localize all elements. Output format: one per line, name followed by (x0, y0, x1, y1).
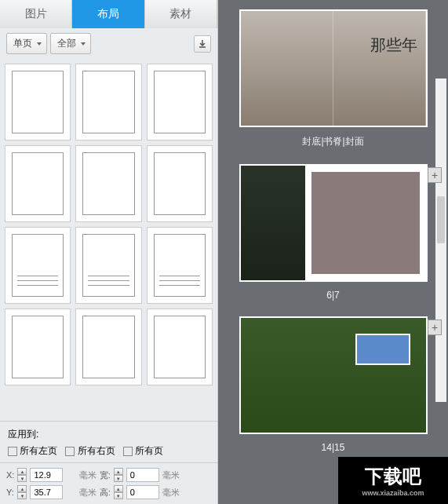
y-spinner[interactable]: ▲▼ (17, 485, 27, 499)
apply-all-left[interactable]: 所有左页 (8, 444, 57, 458)
apply-label: 应用到: (8, 428, 209, 441)
preview-panel: 那些年 封底|书脊|封面 + 6|7 + 14|15 (218, 0, 448, 504)
h-spinner[interactable]: ▲▼ (114, 485, 123, 499)
y-label: Y: (6, 488, 14, 497)
layout-thumb[interactable] (5, 145, 71, 222)
apply-all-pages[interactable]: 所有页 (123, 444, 163, 458)
preview-image: 那些年 (239, 9, 428, 127)
layout-grid-wrap (0, 59, 217, 421)
download-button[interactable] (194, 35, 211, 53)
w-spinner[interactable]: ▲▼ (114, 468, 123, 482)
y-unit: 毫米 (79, 487, 97, 499)
tab-layout[interactable]: 布局 (72, 0, 144, 28)
y-input[interactable] (30, 485, 63, 499)
category-dropdown[interactable]: 全部 (50, 33, 91, 54)
x-input[interactable] (30, 468, 63, 482)
w-label: 宽: (100, 469, 111, 481)
layout-thumb[interactable] (147, 64, 213, 141)
x-unit: 毫米 (79, 469, 97, 481)
layout-thumb[interactable] (5, 64, 71, 141)
layout-thumb[interactable] (5, 309, 71, 385)
tab-assets[interactable]: 素材 (145, 0, 217, 28)
preview-label: 6|7 (224, 290, 442, 301)
layout-thumb[interactable] (5, 227, 71, 304)
h-label: 高: (100, 487, 111, 499)
preview-logo: 那些年 (370, 35, 417, 56)
left-panel: 图片 布局 素材 单页 全部 (0, 0, 218, 504)
watermark-text: 下载吧 (365, 464, 421, 489)
preview-label: 封底|书脊|封面 (224, 135, 442, 148)
layout-thumb[interactable] (75, 309, 141, 385)
layout-thumb[interactable] (75, 145, 141, 222)
preview-image (239, 316, 428, 434)
layout-thumb[interactable] (147, 145, 213, 222)
page-type-dropdown[interactable]: 单页 (6, 33, 47, 54)
w-input[interactable] (126, 468, 159, 482)
layout-grid (5, 64, 213, 385)
tabs: 图片 布局 素材 (0, 0, 217, 28)
filter-bar: 单页 全部 (0, 28, 217, 59)
h-input[interactable] (126, 485, 159, 499)
preview-item[interactable]: + 14|15 (224, 316, 442, 453)
coordinates-bar: X: ▲▼ 毫米 宽: ▲▼ 毫米 Y: ▲▼ 毫米 高: ▲▼ 毫米 (0, 462, 217, 504)
preview-image (239, 164, 428, 282)
add-page-icon[interactable]: + (428, 320, 442, 335)
watermark: 下载吧 www.xiazaiba.com (338, 457, 448, 504)
preview-item[interactable]: 那些年 封底|书脊|封面 (224, 9, 442, 148)
layout-thumb[interactable] (147, 309, 213, 385)
add-page-icon[interactable]: + (428, 167, 442, 183)
layout-thumb[interactable] (147, 227, 213, 304)
tab-images[interactable]: 图片 (0, 0, 72, 28)
x-label: X: (6, 470, 14, 480)
x-spinner[interactable]: ▲▼ (17, 468, 27, 482)
apply-all-right[interactable]: 所有右页 (65, 444, 115, 458)
preview-label: 14|15 (224, 442, 442, 453)
watermark-url: www.xiazaiba.com (362, 489, 424, 497)
h-unit: 毫米 (162, 487, 208, 499)
w-unit: 毫米 (162, 469, 208, 481)
apply-section: 应用到: 所有左页 所有右页 所有页 (0, 421, 217, 462)
layout-thumb[interactable] (75, 64, 141, 141)
layout-thumb[interactable] (75, 227, 141, 304)
preview-item[interactable]: + 6|7 (224, 164, 442, 301)
